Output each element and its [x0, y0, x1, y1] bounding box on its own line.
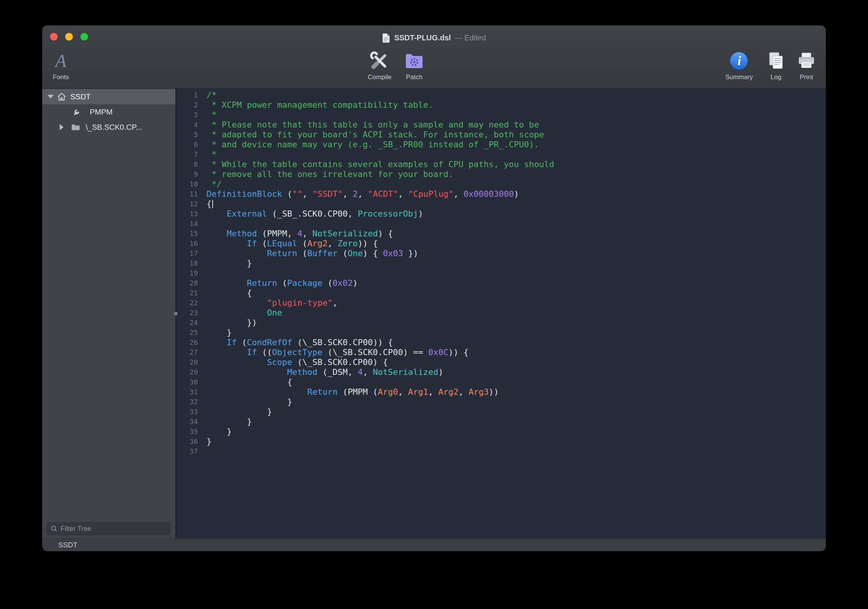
- code-segment: Arg1: [408, 387, 428, 397]
- code-line[interactable]: 3 *: [176, 110, 826, 120]
- code-line[interactable]: 2 * XCPM power management compatibility …: [176, 100, 826, 110]
- fonts-button[interactable]: A Fonts: [53, 49, 69, 81]
- home-icon: [57, 92, 67, 101]
- code-line[interactable]: 23 One: [176, 308, 826, 318]
- code-line[interactable]: 4 * Please note that this table is only …: [176, 120, 826, 130]
- line-number: 34: [176, 417, 202, 427]
- line-number: 2: [176, 100, 202, 110]
- code-line[interactable]: 1/*: [176, 90, 826, 100]
- code-line[interactable]: 21 {: [176, 288, 826, 298]
- summary-button[interactable]: i Summary: [725, 49, 753, 81]
- line-number: 18: [176, 258, 202, 268]
- code-line[interactable]: 27 If ((ObjectType (\_SB.SCK0.CP00) == 0…: [176, 348, 826, 357]
- code-segment: ,: [358, 189, 368, 199]
- code-line[interactable]: 19: [176, 268, 826, 278]
- patch-button[interactable]: Patch: [404, 49, 424, 81]
- code-line[interactable]: 37: [176, 446, 826, 456]
- code-line[interactable]: 8 * While the table contains several exa…: [176, 159, 826, 169]
- code-line[interactable]: 30 {: [176, 377, 826, 387]
- code-line[interactable]: 18 }: [176, 258, 826, 268]
- code-segment: ,: [458, 387, 469, 397]
- compile-label: Compile: [368, 73, 391, 81]
- print-button[interactable]: Print: [796, 49, 817, 81]
- document-icon[interactable]: [382, 33, 390, 43]
- code-segment: */: [207, 179, 222, 189]
- titlebar[interactable]: SSDT-PLUG.dsl — Edited: [42, 26, 826, 48]
- code-segment: NotSerialized: [312, 229, 378, 238]
- code-editor[interactable]: 1/*2 * XCPM power management compatibili…: [176, 89, 826, 539]
- sidebar-item-sb-sck0-cp00[interactable]: \_SB.SCK0.CP...: [42, 120, 175, 135]
- code-line[interactable]: 24 }): [176, 318, 826, 328]
- code-segment: (: [297, 239, 307, 248]
- code-line[interactable]: 10 */: [176, 179, 826, 189]
- code-line[interactable]: 32 }: [176, 397, 826, 407]
- code-line[interactable]: 14: [176, 219, 826, 229]
- code-line[interactable]: 29 Method (_DSM, 4, NotSerialized): [176, 367, 826, 377]
- code-line[interactable]: 31 Return (PMPM (Arg0, Arg1, Arg2, Arg3)…: [176, 387, 826, 397]
- code-segment: )) {: [358, 239, 378, 248]
- code-line[interactable]: 16 If (LEqual (Arg2, Zero)) {: [176, 239, 826, 249]
- code-segment: DefinitionBlock: [207, 189, 282, 199]
- code-segment: [207, 367, 287, 377]
- code-line[interactable]: 26 If (CondRefOf (\_SB.SCK0.CP00)) {: [176, 338, 826, 348]
- code-line[interactable]: 13 External (_SB_.SCK0.CP00, ProcessorOb…: [176, 209, 826, 219]
- close-button[interactable]: [50, 33, 58, 41]
- code-segment: ,: [332, 298, 337, 308]
- text-caret: [212, 200, 213, 208]
- compile-button[interactable]: Compile: [368, 49, 391, 81]
- code-line[interactable]: 22 "plugin-type",: [176, 298, 826, 308]
- code-line[interactable]: 20 Return (Package (0x02): [176, 278, 826, 288]
- log-button[interactable]: Log: [765, 49, 787, 81]
- code-line[interactable]: 28 Scope (\_SB.SCK0.CP00) {: [176, 357, 826, 367]
- line-number: 29: [176, 367, 202, 377]
- code-segment: [207, 338, 227, 347]
- code-segment: (_SB_.SCK0.CP00,: [267, 209, 358, 218]
- summary-label: Summary: [725, 73, 753, 81]
- sidebar-item-ssdt[interactable]: SSDT: [42, 89, 175, 104]
- line-number: 13: [176, 209, 202, 219]
- filter-tree-input[interactable]: [60, 525, 167, 533]
- sidebar-item-pmpm[interactable]: PMPM: [42, 104, 175, 120]
- line-number: 24: [176, 318, 202, 328]
- code-line[interactable]: 6 * and device name may vary (e.g. _SB_.…: [176, 140, 826, 150]
- code-segment: 4: [297, 229, 302, 238]
- code-line[interactable]: 34 }: [176, 417, 826, 427]
- code-line[interactable]: 12{: [176, 199, 826, 209]
- code-line[interactable]: 17 Return (Buffer (One) { 0x03 }): [176, 249, 826, 258]
- fonts-label: Fonts: [53, 73, 69, 81]
- line-number: 20: [176, 278, 202, 288]
- disclosure-open-icon[interactable]: [48, 95, 54, 99]
- summary-info-icon: i: [729, 49, 749, 73]
- line-number: 32: [176, 397, 202, 407]
- minimize-button[interactable]: [65, 33, 73, 41]
- code-segment: ): [353, 278, 358, 288]
- sidebar-item-label: SSDT: [70, 92, 91, 101]
- disclosure-closed-icon[interactable]: [60, 124, 66, 130]
- code-line[interactable]: 25 }: [176, 328, 826, 338]
- code-segment: (: [282, 189, 293, 199]
- code-line[interactable]: 11DefinitionBlock ("", "SSDT", 2, "ACDT"…: [176, 189, 826, 199]
- code-line[interactable]: 35 }: [176, 427, 826, 437]
- code-segment: {: [207, 199, 211, 209]
- code-line[interactable]: 9 * remove all the ones irrelevant for y…: [176, 169, 826, 179]
- code-line[interactable]: 5 * adapted to fit your board's ACPI sta…: [176, 130, 826, 140]
- code-line[interactable]: 7 *: [176, 150, 826, 159]
- code-segment: If: [247, 239, 257, 248]
- code-segment: [207, 249, 267, 258]
- code-segment: ObjectType: [272, 348, 322, 357]
- split-handle[interactable]: [174, 312, 178, 316]
- code-segment: 2: [353, 189, 358, 199]
- code-line[interactable]: 15 Method (PMPM, 4, NotSerialized) {: [176, 229, 826, 239]
- toolbar: A Fonts Compile: [42, 48, 826, 89]
- line-number: 30: [176, 377, 202, 387]
- code-segment: [207, 209, 227, 218]
- code-segment: (\_SB.SCK0.CP00)) {: [292, 338, 393, 347]
- code-line[interactable]: 33 }: [176, 407, 826, 417]
- sidebar-item-label: \_SB.SCK0.CP...: [86, 123, 142, 132]
- line-number: 1: [176, 90, 202, 100]
- zoom-button[interactable]: [80, 33, 88, 41]
- code-line[interactable]: 36}: [176, 437, 826, 446]
- code-segment: One: [348, 249, 363, 258]
- traffic-lights: [50, 33, 88, 41]
- code-segment: LEqual: [267, 239, 297, 248]
